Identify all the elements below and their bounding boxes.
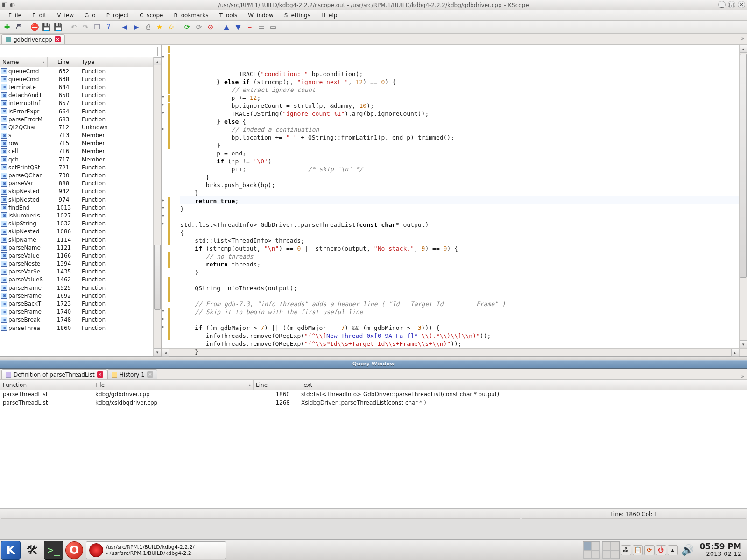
- nav-back-button[interactable]: ◀: [120, 22, 130, 32]
- nav-fwd-button[interactable]: ▶: [131, 22, 141, 32]
- symbol-row[interactable]: ⊞skipNested974Function: [0, 196, 161, 203]
- query-tab-definition[interactable]: Definition of parseThreadList ✕: [1, 369, 107, 379]
- layout2-button[interactable]: ▭: [268, 22, 278, 32]
- horizontal-splitter[interactable]: · · ·: [0, 357, 747, 360]
- menu-bookmarks[interactable]: Bookmarks: [168, 11, 212, 20]
- close-button[interactable]: ✕: [738, 1, 745, 8]
- qcol-line[interactable]: Line: [254, 380, 298, 390]
- desktop-pager-2[interactable]: [602, 541, 620, 559]
- close-icon[interactable]: ✕: [97, 371, 103, 378]
- volume-icon[interactable]: 🔊: [681, 544, 694, 556]
- symbol-row[interactable]: ⊞Qt2QChar712Unknown: [0, 123, 161, 131]
- symbol-row[interactable]: ⊞row715Member: [0, 140, 161, 147]
- menu-window[interactable]: Window: [241, 11, 277, 20]
- bookmark-button[interactable]: ★: [155, 22, 165, 32]
- kmenu-button[interactable]: K: [1, 541, 21, 560]
- desktop-pager[interactable]: [583, 541, 600, 559]
- redo-button[interactable]: ↷: [80, 22, 91, 32]
- col-line[interactable]: Line: [48, 57, 79, 67]
- network-icon[interactable]: 🖧: [621, 545, 631, 555]
- symbol-row[interactable]: ⊞parseQChar730Function: [0, 171, 161, 179]
- editor-tab[interactable]: gdbdriver.cpp ✕: [1, 34, 65, 44]
- fold-marker[interactable]: ▸: [162, 221, 164, 226]
- menu-settings[interactable]: Settings: [278, 11, 314, 20]
- query-result-row[interactable]: parseThreadListkdbg/gdbdriver.cpp1860std…: [0, 390, 747, 399]
- symbol-row[interactable]: ⊞parseBreak1748Function: [0, 316, 161, 324]
- opera-launcher[interactable]: O: [65, 541, 83, 559]
- close-icon[interactable]: ✕: [55, 36, 61, 42]
- editor-vscrollbar[interactable]: ▴ ▾: [739, 45, 747, 356]
- bookmark-add-button[interactable]: ✩: [166, 22, 176, 32]
- symbol-row[interactable]: ⊞parseVarSe1435Function: [0, 268, 161, 276]
- tray-expand-icon[interactable]: ▴: [668, 545, 678, 555]
- symbol-row[interactable]: ⊞parseFrame1525Function: [0, 284, 161, 292]
- fold-marker[interactable]: ▾: [162, 205, 164, 210]
- query-result-row[interactable]: parseThreadListkdbg/xsldbgdriver.cpp1268…: [0, 399, 747, 407]
- fold-marker[interactable]: ▾: [162, 308, 164, 313]
- symbol-row[interactable]: ⊞queueCmd638Function: [0, 75, 161, 83]
- symbol-list[interactable]: ▾ ⊞queueCmd632Function⊞queueCmd638Functi…: [0, 67, 161, 356]
- fold-marker[interactable]: ▾: [162, 54, 164, 59]
- qcol-text[interactable]: Text: [298, 380, 747, 390]
- symbol-row[interactable]: ⊞parseBackT1723Function: [0, 300, 161, 308]
- help-icon[interactable]: ?: [104, 22, 114, 32]
- col-type[interactable]: Type: [79, 57, 161, 67]
- fold-marker[interactable]: ▸: [162, 324, 164, 329]
- symbol-row[interactable]: ⊞interruptInf657Function: [0, 99, 161, 107]
- symbol-row[interactable]: ⊞queueCmd632Function: [0, 67, 161, 75]
- symbol-row[interactable]: ⊞skipNested942Function: [0, 188, 161, 196]
- fold-marker[interactable]: ▸: [162, 197, 164, 203]
- fold-marker[interactable]: ▸: [162, 316, 164, 321]
- tab-overflow-icon[interactable]: »: [741, 373, 744, 379]
- editor-gutter[interactable]: ▾▾▸▸▸▸▾▾▸▾▸▸: [162, 45, 180, 356]
- go-down-button[interactable]: ▼: [233, 22, 243, 32]
- systemsettings-launcher[interactable]: 🛠: [22, 541, 42, 560]
- remove-bp-button[interactable]: ▬: [245, 22, 255, 32]
- tab-overflow-icon[interactable]: »: [741, 35, 744, 42]
- menu-tools[interactable]: Tools: [213, 11, 241, 20]
- go-up-button[interactable]: ▲: [221, 22, 232, 32]
- layout1-button[interactable]: ▭: [256, 22, 267, 32]
- symbol-row[interactable]: ⊞findEnd1013Function: [0, 203, 161, 211]
- query-tab-history[interactable]: History 1 ✕: [107, 369, 157, 379]
- updates-icon[interactable]: ⟳: [644, 545, 655, 555]
- col-name[interactable]: Name▴: [0, 57, 48, 67]
- save-button[interactable]: 💾: [41, 22, 51, 32]
- task-kscope[interactable]: /usr/src/RPM.1/BUILD/kdbg4-2.2.2/ - /usr…: [86, 541, 226, 559]
- symbol-row[interactable]: ⊞qch717Member: [0, 155, 161, 163]
- symbol-row[interactable]: ⊞setPrintQSt721Function: [0, 163, 161, 171]
- maximize-button[interactable]: ◱: [728, 1, 735, 8]
- new-button[interactable]: ✚: [2, 22, 12, 32]
- cancel-button[interactable]: ⊘: [205, 22, 216, 32]
- fold-marker[interactable]: ▸: [162, 110, 164, 115]
- fold-marker[interactable]: ▾: [162, 94, 164, 99]
- clock[interactable]: 05:59 PM 2013-02-12: [697, 542, 744, 558]
- code-area[interactable]: TRACE("condition: "+bp.condition); } els…: [180, 45, 739, 356]
- undo-button[interactable]: ↶: [69, 22, 79, 32]
- print-button[interactable]: 🖶: [14, 22, 24, 32]
- reload-button[interactable]: ⟳: [182, 22, 192, 32]
- symbol-row[interactable]: ⊞cell716Member: [0, 147, 161, 155]
- stop-button[interactable]: ⛔: [29, 22, 40, 32]
- fold-marker[interactable]: ▾: [162, 213, 164, 218]
- menu-project[interactable]: Project: [100, 11, 132, 20]
- saveas-button[interactable]: 💾: [53, 22, 63, 32]
- symbol-row[interactable]: ⊞parseValue1166Function: [0, 252, 161, 259]
- qcol-file[interactable]: File▴: [93, 380, 254, 390]
- symbol-row[interactable]: ⊞parseErrorM683Function: [0, 115, 161, 123]
- menu-help[interactable]: Help: [315, 11, 340, 20]
- qcol-function[interactable]: Function: [0, 380, 93, 390]
- symbol-row[interactable]: ⊞parseFrame1692Function: [0, 292, 161, 300]
- menu-cscope[interactable]: Cscope: [133, 11, 167, 20]
- symbol-row[interactable]: ⊞isNumberis1027Function: [0, 211, 161, 219]
- symbol-row[interactable]: ⊞parseFrame1740Function: [0, 308, 161, 316]
- symbol-row[interactable]: ⊞skipNested1086Function: [0, 228, 161, 236]
- symbol-filter-input[interactable]: [2, 47, 158, 56]
- menu-edit[interactable]: Edit: [26, 11, 49, 20]
- symbol-row[interactable]: ⊞detachAndT650Function: [0, 91, 161, 99]
- close-icon[interactable]: ✕: [147, 371, 153, 378]
- symbol-row[interactable]: ⊞parseName1121Function: [0, 244, 161, 252]
- menu-go[interactable]: Go: [78, 11, 99, 20]
- symbol-scrollbar[interactable]: ▾: [153, 67, 161, 356]
- symbol-row[interactable]: ⊞skipName1114Function: [0, 236, 161, 244]
